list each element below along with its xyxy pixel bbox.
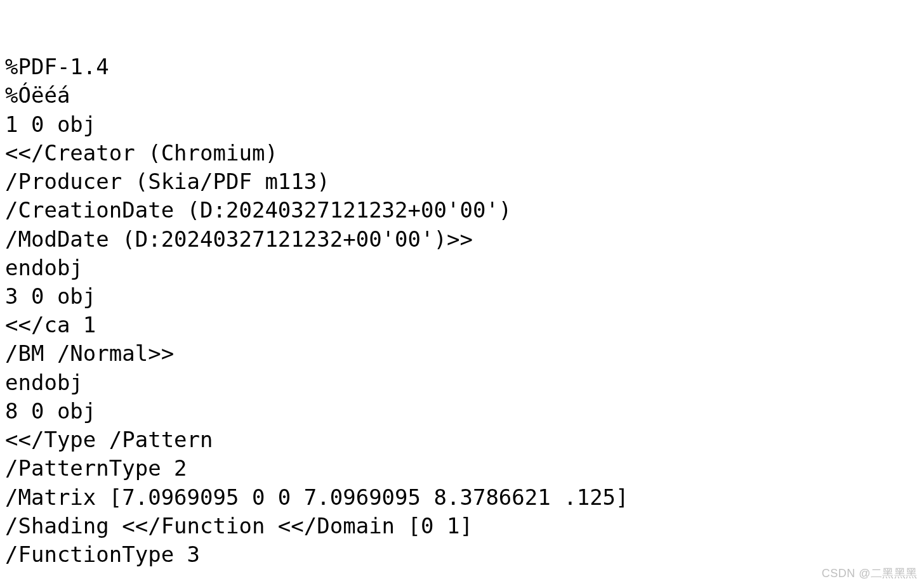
line-obj-3-start: 3 0 obj: [5, 283, 96, 309]
line-mod-date: /ModDate (D:20240327121232+00'00')>>: [5, 226, 473, 252]
line-creator: <</Creator (Chromium): [5, 140, 278, 166]
line-obj-8-start: 8 0 obj: [5, 398, 96, 424]
watermark-text: CSDN @二黑黑黑: [822, 566, 918, 581]
line-creation-date: /CreationDate (D:20240327121232+00'00'): [5, 197, 512, 223]
line-endobj-3: endobj: [5, 370, 83, 395]
line-pattern-type: /PatternType 2: [5, 455, 187, 481]
line-bm-normal: /BM /Normal>>: [5, 341, 174, 366]
line-producer: /Producer (Skia/PDF m113): [5, 169, 330, 194]
line-function-type: /FunctionType 3: [5, 542, 200, 567]
line-binary-marker: %Óëéá: [5, 82, 70, 108]
line-ca: <</ca 1: [5, 312, 96, 337]
line-obj-1-start: 1 0 obj: [5, 112, 96, 137]
line-matrix: /Matrix [7.0969095 0 0 7.0969095 8.37866…: [5, 485, 629, 510]
line-endobj-1: endobj: [5, 255, 83, 280]
line-shading: /Shading <</Function <</Domain [0 1]: [5, 513, 473, 538]
pdf-source-text: %PDF-1.4 %Óëéá 1 0 obj <</Creator (Chrom…: [0, 0, 924, 569]
line-pdf-header: %PDF-1.4: [5, 54, 109, 79]
line-type-pattern: <</Type /Pattern: [5, 427, 213, 452]
